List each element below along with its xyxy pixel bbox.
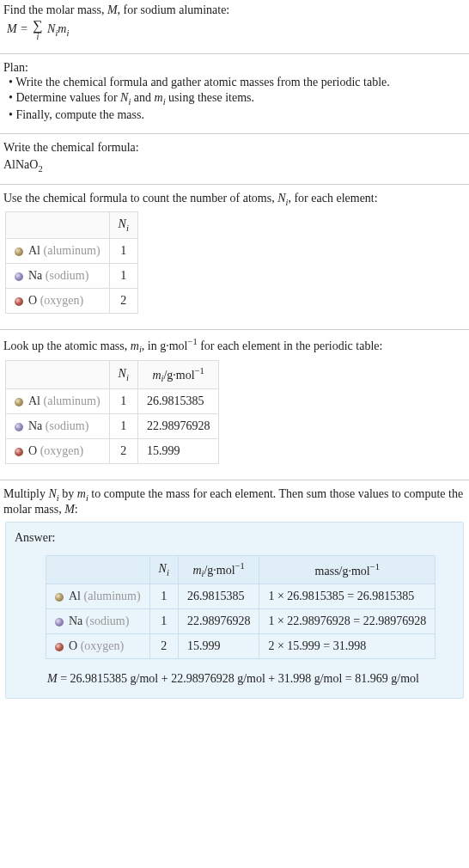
count-section: Use the chemical formula to count the nu… [0, 188, 469, 327]
element-name: (sodium) [86, 614, 130, 627]
n-value: 1 [149, 584, 178, 609]
n-value: 1 [109, 239, 137, 264]
element-cell: O (oxygen) [6, 439, 110, 464]
divider [0, 329, 469, 330]
eq-m: m [58, 22, 66, 35]
count-table: Ni Al (aluminum) 1 Na (sodium) 1 O (oxyg… [5, 211, 138, 314]
n-value: 1 [109, 414, 137, 439]
plan-item: • Determine values for Ni and mi using t… [9, 90, 466, 107]
table-header-blank [6, 212, 110, 239]
element-swatch-icon [15, 398, 23, 406]
element-cell: Na (sodium) [6, 414, 110, 439]
mult-text: by [59, 487, 77, 500]
table-row: Al (aluminum) 1 [6, 239, 138, 264]
chemical-formula: AlNaO2 [3, 155, 466, 174]
formula-section: Write the chemical formula: AlNaO2 [0, 138, 469, 180]
element-name: (aluminum) [84, 590, 141, 602]
mass-heading-text: , in g·mol [142, 339, 188, 352]
element-name: (aluminum) [44, 394, 100, 407]
col-m-unit-exp: −1 [235, 561, 245, 571]
element-swatch-icon [55, 593, 64, 602]
count-heading-text: , for each element: [288, 192, 377, 205]
table-header-N: Ni [109, 212, 137, 239]
col-m-unit: /g·mol [204, 564, 234, 577]
col-mass: mass/g·mol [315, 564, 370, 577]
table-header-blank [46, 555, 150, 584]
table-header-row: Ni [6, 212, 138, 239]
intro-text-cont: , for sodium aluminate: [118, 3, 230, 16]
element-name: (sodium) [46, 419, 89, 432]
final-M: M [47, 672, 58, 685]
element-symbol: Na [28, 419, 42, 432]
element-swatch-icon [15, 248, 23, 256]
n-value: 2 [109, 289, 137, 314]
m-value: 22.98976928 [178, 609, 259, 634]
final-expr: = 26.9815385 g/mol + 22.98976928 g/mol +… [58, 672, 419, 685]
table-row: O (oxygen) 2 15.999 [6, 439, 219, 464]
table-row: Al (aluminum) 1 26.9815385 [6, 389, 219, 414]
table-row: Na (sodium) 1 [6, 264, 138, 289]
mass-heading-text: Look up the atomic mass, [3, 339, 131, 352]
plan-item-text: and [131, 91, 154, 104]
plan-item: • Finally, compute the mass. [9, 107, 466, 123]
table-header-m: mi/g·mol−1 [178, 555, 259, 584]
element-symbol: O [28, 444, 37, 457]
element-cell: Al (aluminum) [46, 584, 150, 609]
table-header-N: Ni [109, 360, 137, 388]
table-header-N: Ni [149, 555, 178, 584]
col-m-unit: /g·mol [163, 368, 194, 381]
sigma-under: i [36, 33, 39, 41]
answer-body: Ni mi/g·mol−1 mass/g·mol−1 Al (aluminum)… [13, 555, 456, 688]
m-value: 15.999 [137, 439, 219, 464]
n-value: 1 [109, 389, 137, 414]
count-heading-text: Use the chemical formula to count the nu… [3, 192, 277, 205]
divider [0, 184, 469, 185]
table-row: O (oxygen) 2 [6, 289, 138, 314]
table-row: O (oxygen) 2 15.999 2 × 15.999 = 31.998 [46, 634, 436, 659]
sigma-icon: ∑ i [33, 19, 42, 41]
element-symbol: O [69, 639, 77, 652]
col-m: m [152, 368, 161, 381]
element-name: (aluminum) [44, 244, 100, 257]
element-name: (oxygen) [81, 639, 125, 652]
eq-m-sub: i [66, 28, 69, 38]
plan-section: Plan: • Write the chemical formula and g… [0, 58, 469, 130]
table-row: Al (aluminum) 1 26.9815385 1 × 26.981538… [46, 584, 436, 609]
formula-sub: 2 [38, 164, 42, 174]
element-symbol: Na [28, 269, 42, 282]
element-symbol: O [28, 294, 37, 307]
col-m-unit-exp: −1 [195, 366, 204, 376]
mass-heading-text: for each element in the periodic table: [198, 339, 383, 352]
intro-line: Find the molar mass, M, for sodium alumi… [3, 3, 466, 17]
table-header-blank [6, 360, 110, 388]
m-value: 22.98976928 [137, 414, 219, 439]
plan-item-text: using these items. [166, 91, 254, 104]
mult-M: M [64, 503, 75, 516]
element-symbol: Al [69, 590, 81, 602]
element-cell: Al (aluminum) [6, 389, 110, 414]
mass-heading: Look up the atomic mass, mi, in g·mol−1 … [3, 337, 466, 354]
element-cell: Na (sodium) [46, 609, 150, 634]
divider [0, 480, 469, 480]
n-value: 1 [109, 264, 137, 289]
intro-equation: M = ∑ i Nimi [3, 17, 466, 43]
element-symbol: Na [69, 614, 82, 627]
intro-section: Find the molar mass, M, for sodium alumi… [0, 0, 469, 50]
mass-m: m [131, 339, 139, 352]
divider [0, 133, 469, 134]
eq-N: N [47, 22, 55, 35]
col-N: N [119, 217, 126, 230]
eq-M: M [7, 22, 17, 35]
table-header-row: Ni mi/g·mol−1 [6, 360, 219, 388]
answer-label: Answer: [13, 529, 456, 550]
m-value: 26.9815385 [178, 584, 259, 609]
element-name: (oxygen) [40, 444, 84, 457]
element-swatch-icon [55, 643, 64, 651]
mass-table: Ni mi/g·mol−1 Al (aluminum) 1 26.9815385… [5, 360, 219, 464]
answer-table: Ni mi/g·mol−1 mass/g·mol−1 Al (aluminum)… [46, 555, 436, 659]
plan-item-text: • Determine values for [9, 91, 120, 104]
formula-main: AlNaO [3, 158, 38, 171]
col-N-sub: i [126, 223, 129, 233]
element-swatch-icon [15, 272, 23, 281]
mass-expr: 2 × 15.999 = 31.998 [259, 634, 436, 659]
